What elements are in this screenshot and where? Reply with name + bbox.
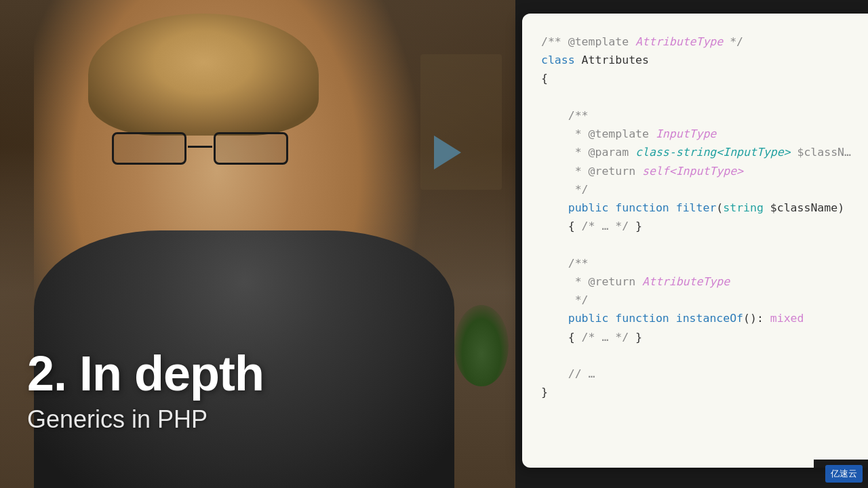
video-main-title: 2. In depth (27, 348, 264, 400)
person-hair (88, 14, 319, 136)
code-panel: /** @template AttributeType */ class Att… (522, 14, 868, 468)
video-background: 2. In depth Generics in PHP (0, 0, 515, 488)
person-glasses (112, 132, 288, 166)
video-subtitle: Generics in PHP (27, 405, 264, 434)
code-block: /** @template AttributeType */ class Att… (541, 33, 854, 401)
watermark: 亿速云 (825, 465, 863, 483)
room-plant (454, 305, 509, 386)
video-text-overlay: 2. In depth Generics in PHP (27, 348, 264, 434)
room-shelf (420, 54, 502, 190)
